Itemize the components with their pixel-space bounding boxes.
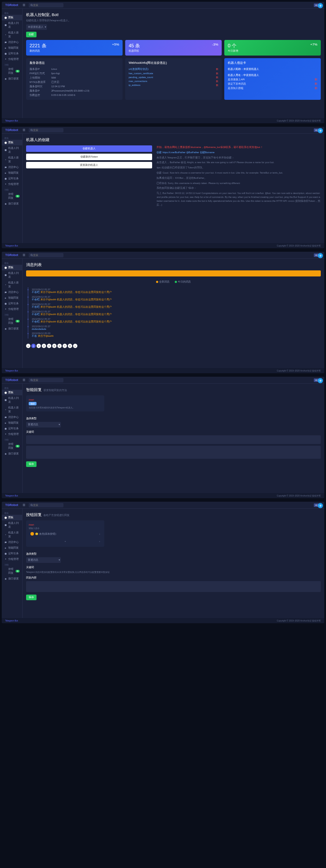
menu-toggle[interactable]: ☰ (23, 128, 25, 132)
webhook-item[interactable]: pending_update_count删 (129, 75, 218, 79)
sidebar-item-cron[interactable]: 定时任务 (2, 176, 22, 181)
page-button[interactable]: « (26, 344, 30, 348)
sidebar-item-dashboard[interactable]: 面板 (2, 390, 22, 395)
button-entry[interactable]: 🙂 点击(添加按钮) (29, 530, 102, 537)
timeline-item[interactable]: 2022/09/12 05:03不会 来自于@lashh (32, 331, 321, 339)
search-input[interactable] (33, 254, 59, 256)
sidebar-item-smartreply[interactable]: 智能回复 (2, 545, 22, 551)
sidebar-item-messages[interactable]: 消息中心 (2, 539, 22, 545)
sidebar-item-bots[interactable]: 机器人列表 (2, 520, 22, 530)
sidebar-item-btnreply[interactable]: 按钮回复6 (2, 66, 22, 76)
sidebar-item-smartreply[interactable]: 智能回复 (2, 295, 22, 301)
search-box[interactable] (29, 253, 63, 257)
sidebar-item-groups[interactable]: 分组管理 (2, 431, 22, 437)
search-input[interactable] (33, 379, 59, 381)
sidebar-item-settings[interactable]: 机器人设置 (2, 30, 22, 39)
page-button[interactable]: 8 (68, 344, 72, 348)
sidebar-item-dashboard[interactable]: 面板 (2, 265, 22, 270)
page-button[interactable]: 6 (57, 344, 62, 348)
sidebar-item-cron[interactable]: 定时任务 (2, 301, 22, 306)
content-input[interactable] (26, 446, 321, 459)
content-input[interactable] (26, 581, 321, 592)
sidebar-item-groups[interactable]: 分组管理 (2, 306, 22, 312)
sidebar-item-groups[interactable]: 分组管理 (2, 556, 22, 562)
sidebar-item-smartreply[interactable]: 智能回复 (2, 170, 22, 176)
sidebar-item-groups[interactable]: 分组管理 (2, 181, 22, 187)
telegram-fab[interactable]: ✈ (318, 3, 323, 8)
search-input[interactable] (33, 4, 59, 7)
sidebar-item-cron[interactable]: 定时任务 (2, 51, 22, 56)
sidebar-item-messages[interactable]: 消息中心 (2, 164, 22, 170)
menu-toggle[interactable]: ☰ (23, 253, 25, 257)
sidebar-item-messages[interactable]: 消息中心 (2, 414, 22, 420)
delete-icon[interactable]: 删 (216, 76, 218, 79)
page-button[interactable]: » (73, 344, 77, 348)
type-select[interactable]: 普通消息 (26, 557, 61, 563)
reply-chip[interactable]: 你好 (29, 402, 37, 405)
page-button[interactable]: 2 (37, 344, 41, 348)
page-button[interactable]: 1 (31, 344, 36, 348)
timeline-item[interactable]: 2022/09/12 05:37不会吧 来自于@lashh 机器人的消息，你也可… (32, 295, 321, 302)
webhook-item[interactable]: url(连接网址信息)删 (129, 67, 218, 71)
sidebar-item-settings[interactable]: 机器人设置 (2, 530, 22, 539)
timeline-item[interactable]: 2022/09/12 05:37dsdasdadada (32, 324, 321, 331)
sidebar-item-dashboard[interactable]: 面板 (2, 515, 22, 520)
sidebar-item-settings[interactable]: 机器人设置 (2, 155, 22, 164)
search-input[interactable] (33, 504, 59, 506)
tab-set-bot[interactable]: 设置新的机器人 (26, 162, 152, 168)
timeline-item[interactable]: 2022/09/12 05:37不会吧 来自于@lashh 机器人的消息，你也可… (32, 309, 321, 317)
sidebar-item-dashboard[interactable]: 面板 (2, 140, 22, 145)
sidebar-item-bots[interactable]: 机器人列表 (2, 20, 22, 30)
timeline-item[interactable]: 2022/09/12 05:37不会吧 来自于@lashh 机器人的消息，你也可… (32, 287, 321, 295)
timeline-item[interactable]: 2022/09/12 05:37不会吧 来自于@lashh 机器人的消息，你也可… (32, 317, 321, 324)
page-button[interactable]: 5 (52, 344, 57, 348)
webhook-item[interactable]: ip_address删 (129, 83, 218, 87)
search-box[interactable] (29, 378, 63, 382)
sidebar-item-api[interactable]: 接口设置 (2, 201, 22, 207)
sidebar-item-dashboard[interactable]: 面板 (2, 15, 22, 20)
page-button[interactable]: 7 (63, 344, 67, 348)
menu-toggle[interactable]: ☰ (23, 3, 25, 7)
telegram-fab[interactable]: ✈ (318, 128, 323, 133)
menu-toggle[interactable]: ☰ (23, 378, 25, 382)
delete-icon[interactable]: 删 (216, 68, 218, 70)
sidebar-item-settings[interactable]: 机器人设置 (2, 280, 22, 289)
webhook-item[interactable]: max_connections删 (129, 79, 218, 83)
delete-icon[interactable]: 删 (216, 72, 218, 75)
sidebar-item-bots[interactable]: 机器人列表 (2, 270, 22, 280)
page-button[interactable]: 3 (42, 344, 46, 348)
button-entry-add[interactable]: + (29, 538, 102, 544)
sidebar-item-settings[interactable]: 机器人设置 (2, 405, 22, 414)
sidebar-item-api[interactable]: 接口设置 (2, 326, 22, 332)
sidebar-item-messages[interactable]: 消息中心 (2, 289, 22, 295)
sidebar-item-btnreply[interactable]: 按钮回复6 (2, 441, 22, 451)
sidebar-item-messages[interactable]: 消息中心 (2, 39, 22, 45)
create-button[interactable]: 创建 (26, 32, 37, 37)
sidebar-item-smartreply[interactable]: 智能回复 (2, 420, 22, 426)
telegram-fab[interactable]: ✈ (318, 503, 323, 508)
sidebar-item-smartreply[interactable]: 智能回复 (2, 45, 22, 51)
sidebar-item-cron[interactable]: 定时任务 (2, 426, 22, 431)
delete-icon[interactable]: 删 (216, 80, 218, 82)
telegram-fab[interactable]: ✈ (318, 253, 323, 258)
sidebar-item-groups[interactable]: 分组管理 (2, 56, 22, 62)
save-button[interactable]: 保存 (26, 461, 37, 467)
sidebar-item-btnreply[interactable]: 按钮回复6 (2, 191, 22, 201)
search-box[interactable] (29, 128, 63, 132)
delete-icon[interactable]: 删 (216, 84, 218, 86)
page-button[interactable]: 4 (47, 344, 51, 348)
sidebar-item-api[interactable]: 接口设置 (2, 76, 22, 82)
sidebar-item-bots[interactable]: 机器人列表 (2, 145, 22, 155)
filter-today[interactable]: 今日的消息 (175, 280, 191, 283)
search-box[interactable] (29, 3, 63, 7)
tab-create-token[interactable]: 创建新的Token (26, 154, 152, 160)
telegram-fab[interactable]: ✈ (318, 378, 323, 383)
timeline-item[interactable]: 2022/09/12 05:37不会吧 来自于@lashh 机器人的消息，你也可… (32, 302, 321, 309)
search-input[interactable] (33, 129, 59, 132)
save-button[interactable]: 保存 (26, 595, 37, 600)
menu-toggle[interactable]: ☰ (23, 503, 25, 507)
keyword-input[interactable] (26, 435, 321, 444)
bot-select[interactable]: 未设置机器人 (26, 24, 47, 30)
sidebar-item-bots[interactable]: 机器人列表 (2, 395, 22, 405)
sidebar-item-btnreply[interactable]: 按钮回复6 (2, 566, 22, 576)
